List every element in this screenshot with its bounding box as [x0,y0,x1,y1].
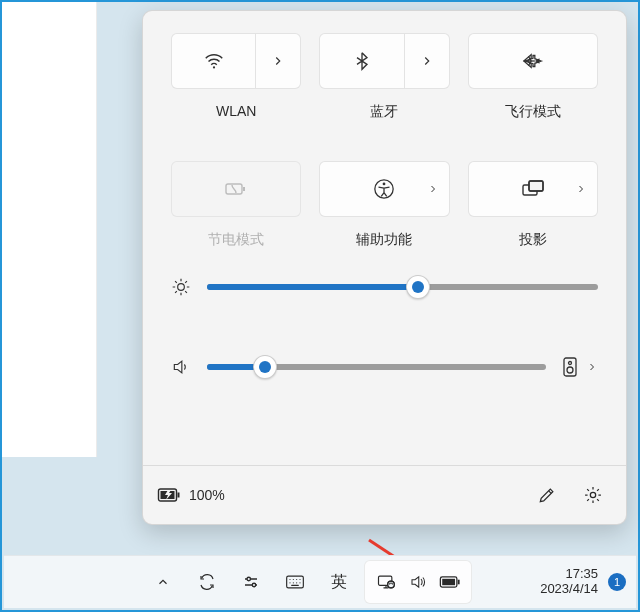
wifi-icon [203,50,225,72]
tile-wlan-label: WLAN [216,103,256,119]
tile-group-accessibility: 辅助功能 [319,161,449,249]
chevron-right-icon [427,183,439,195]
svg-point-8 [178,284,185,291]
tile-group-project: 投影 [468,161,598,249]
tile-project[interactable] [468,161,598,217]
quick-settings-footer: 100% [143,465,626,524]
svg-point-15 [590,492,595,497]
tile-bluetooth [319,33,449,89]
tray-volume-icon [403,563,433,601]
svg-rect-25 [442,579,455,585]
taskbar: 英 [4,555,636,608]
taskbar-clock[interactable]: 17:35 2023/4/14 [540,567,598,597]
chevron-right-icon [271,54,285,68]
tile-battery-saver [171,161,301,217]
taskbar-tray: 英 [144,560,472,604]
chevron-right-icon [575,183,587,195]
tile-bluetooth-toggle[interactable] [320,34,403,88]
svg-point-10 [569,362,572,365]
volume-icon [171,357,191,377]
tray-network-icon [371,563,401,601]
speaker-device-icon [562,357,578,377]
brightness-slider-fill [207,284,418,290]
accessibility-icon [373,178,395,200]
notification-badge[interactable]: 1 [608,573,626,591]
edit-quick-settings-button[interactable] [528,476,566,514]
quick-settings-panel: WLAN [142,10,627,525]
keyboard-icon [285,574,305,590]
notification-count: 1 [614,576,620,588]
sliders-icon [242,573,260,591]
svg-point-4 [383,183,386,186]
tray-control-button[interactable] [232,563,270,601]
volume-slider[interactable] [207,364,546,370]
tile-wlan [171,33,301,89]
brightness-slider-thumb[interactable] [406,275,430,299]
tile-project-label: 投影 [519,231,547,249]
system-tray-quick-settings[interactable] [364,560,472,604]
sliders-area [143,249,626,377]
gear-icon [583,485,603,505]
quick-settings-grid: WLAN [143,11,626,249]
taskbar-time: 17:35 [565,567,598,582]
tile-bluetooth-expand[interactable] [404,34,449,88]
tile-group-bluetooth: 蓝牙 [319,33,449,121]
battery-icon[interactable] [157,486,181,504]
chevron-right-icon [586,361,598,373]
pencil-icon [537,485,557,505]
volume-output-select[interactable] [562,357,598,377]
sync-icon [198,573,216,591]
tray-ime-button[interactable]: 英 [320,563,358,601]
svg-point-17 [247,577,250,580]
airplane-icon [522,50,544,72]
tile-wlan-toggle[interactable] [172,34,255,88]
background-left-panel [2,2,97,457]
chevron-up-icon [156,575,170,589]
tray-battery-icon [435,563,465,601]
tile-battery-saver-label: 节电模式 [208,231,264,249]
project-icon [521,178,545,200]
svg-rect-6 [529,181,543,191]
tile-airplane-label: 飞行模式 [505,103,561,121]
tile-group-airplane: 飞行模式 [468,33,598,121]
viewport: WLAN [0,0,640,612]
battery-percent-text[interactable]: 100% [189,487,225,503]
svg-point-18 [252,583,255,586]
svg-point-0 [213,66,215,68]
taskbar-right: 17:35 2023/4/14 1 [540,567,626,597]
tile-group-battery-saver: 节电模式 [171,161,301,249]
tile-accessibility-label: 辅助功能 [356,231,412,249]
svg-point-11 [567,367,573,373]
svg-rect-19 [287,576,304,588]
tile-airplane-mode[interactable] [468,33,598,89]
volume-slider-row [171,357,598,377]
chevron-right-icon [420,54,434,68]
tile-group-wlan: WLAN [171,33,301,121]
brightness-slider[interactable] [207,284,598,290]
brightness-slider-row [171,277,598,297]
bluetooth-icon [352,51,372,71]
tile-wlan-expand[interactable] [255,34,300,88]
taskbar-date: 2023/4/14 [540,582,598,597]
volume-slider-thumb[interactable] [253,355,277,379]
tile-accessibility[interactable] [319,161,449,217]
svg-rect-2 [243,187,245,191]
svg-rect-13 [178,493,180,498]
tile-bluetooth-label: 蓝牙 [370,103,398,121]
tray-overflow-button[interactable] [144,563,182,601]
tray-sync-button[interactable] [188,563,226,601]
battery-saver-icon [224,179,248,199]
svg-rect-24 [458,580,460,585]
ime-indicator-text: 英 [331,572,347,593]
tray-touch-keyboard-button[interactable] [276,563,314,601]
brightness-icon [171,277,191,297]
all-settings-button[interactable] [574,476,612,514]
